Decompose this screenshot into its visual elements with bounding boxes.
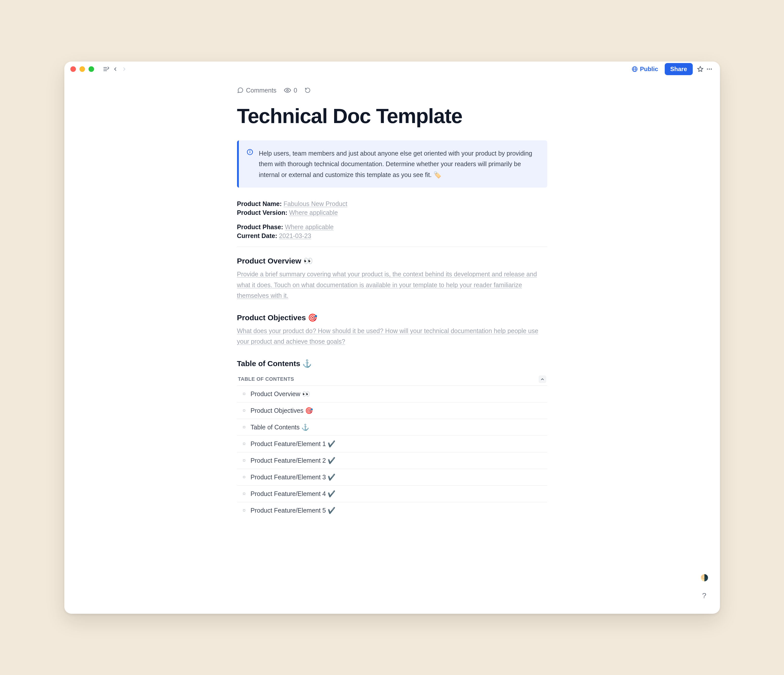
maximize-window-button[interactable] [89,66,94,72]
toc-item-label: Table of Contents ⚓ [250,424,310,431]
globe-icon [632,66,638,72]
toc-item[interactable]: Product Objectives 🎯 [237,402,547,419]
toc-widget: TABLE OF CONTENTS Product Overview 👀 Pro… [237,372,547,519]
more-horizontal-icon [706,66,712,72]
toc-list: Product Overview 👀 Product Objectives 🎯 … [237,386,547,519]
app-window: Public Share Comments 0 [64,62,720,614]
toc-collapse-button[interactable] [539,375,546,383]
product-phase-field[interactable]: Product Phase: Where applicable [237,223,547,231]
toc-item-label: Product Feature/Element 5 ✔️ [250,507,336,514]
toc-item-label: Product Objectives 🎯 [250,407,313,414]
help-icon: ? [702,591,706,600]
more-options-button[interactable] [705,65,714,74]
theme-toggle-button[interactable]: 🌗 [699,572,710,583]
chevron-right-icon [121,66,127,72]
moon-icon: 🌗 [700,574,708,582]
section-overview-heading[interactable]: Product Overview 👀 [237,257,547,265]
nav-back-button[interactable] [111,65,120,74]
field-group-2: Product Phase: Where applicable Current … [237,223,547,240]
toc-item-label: Product Overview 👀 [250,390,310,398]
svg-marker-6 [697,66,703,72]
svg-point-9 [711,68,712,69]
toc-item[interactable]: Product Overview 👀 [237,386,547,402]
svg-point-10 [287,90,288,91]
bullet-icon [243,459,245,462]
toc-item[interactable]: Product Feature/Element 5 ✔️ [237,502,547,519]
document-scroll[interactable]: Comments 0 Technical Doc Template Help u… [64,77,720,614]
toc-header: TABLE OF CONTENTS [237,372,547,386]
field-group-1: Product Name: Fabulous New Product Produ… [237,200,547,216]
product-version-label: Product Version: [237,209,288,216]
toc-item[interactable]: Product Feature/Element 1 ✔️ [237,435,547,452]
bullet-icon [243,426,245,428]
info-icon [246,149,254,180]
toc-item[interactable]: Product Feature/Element 3 ✔️ [237,469,547,485]
callout-text[interactable]: Help users, team members and just about … [259,148,538,180]
product-version-value: Where applicable [289,209,338,216]
views-count: 0 [294,87,297,94]
section-objectives-body[interactable]: What does your product do? How should it… [237,325,547,347]
product-version-field[interactable]: Product Version: Where applicable [237,209,547,216]
toc-header-label: TABLE OF CONTENTS [238,376,294,382]
refresh-icon [305,87,311,93]
close-window-button[interactable] [70,66,76,72]
product-phase-value: Where applicable [285,223,334,230]
toc-item-label: Product Feature/Element 1 ✔️ [250,440,336,448]
section-toc-heading[interactable]: Table of Contents ⚓ [237,359,547,368]
favorite-button[interactable] [696,65,705,74]
help-button[interactable]: ? [699,590,710,601]
chevron-left-icon [112,66,118,72]
bullet-icon [243,443,245,445]
comments-button[interactable]: Comments [237,87,277,94]
toc-item-label: Product Feature/Element 2 ✔️ [250,457,336,464]
star-icon [697,66,703,72]
toggle-sidebar-button[interactable] [102,65,111,74]
toc-item[interactable]: Product Feature/Element 4 ✔️ [237,485,547,502]
bullet-icon [243,409,245,412]
product-name-label: Product Name: [237,200,282,207]
toc-item-label: Product Feature/Element 4 ✔️ [250,490,336,498]
refresh-button[interactable] [305,87,311,93]
sidebar-toggle-icon [103,66,109,72]
bullet-icon [243,493,245,495]
section-objectives-heading[interactable]: Product Objectives 🎯 [237,313,547,322]
comment-icon [237,87,244,93]
minimize-window-button[interactable] [79,66,85,72]
toc-item[interactable]: Table of Contents ⚓ [237,419,547,435]
toc-item-label: Product Feature/Element 3 ✔️ [250,474,336,481]
bullet-icon [243,509,245,511]
comments-label: Comments [246,87,277,94]
share-button[interactable]: Share [665,63,693,75]
toc-item[interactable]: Product Feature/Element 2 ✔️ [237,452,547,469]
views-counter[interactable]: 0 [284,87,297,94]
visibility-public-button[interactable]: Public [628,64,662,75]
info-callout: Help users, team members and just about … [237,140,547,188]
current-date-field[interactable]: Current Date: 2021-03-23 [237,232,547,240]
visibility-label: Public [640,65,658,73]
doc-meta-row: Comments 0 [237,87,547,94]
section-overview-body[interactable]: Provide a brief summary covering what yo… [237,269,547,301]
titlebar: Public Share [64,62,720,77]
bullet-icon [243,476,245,478]
svg-point-7 [707,68,708,69]
window-controls [70,66,94,72]
product-phase-label: Product Phase: [237,223,283,230]
document-body: Comments 0 Technical Doc Template Help u… [237,77,547,519]
chevron-up-icon [540,377,545,381]
svg-point-8 [709,68,709,69]
product-name-field[interactable]: Product Name: Fabulous New Product [237,200,547,207]
product-name-value: Fabulous New Product [283,200,347,207]
current-date-value: 2021-03-23 [279,232,311,239]
page-title[interactable]: Technical Doc Template [237,104,547,128]
bullet-icon [243,393,245,395]
eye-icon [284,87,291,94]
current-date-label: Current Date: [237,232,277,239]
nav-forward-button[interactable] [120,65,129,74]
